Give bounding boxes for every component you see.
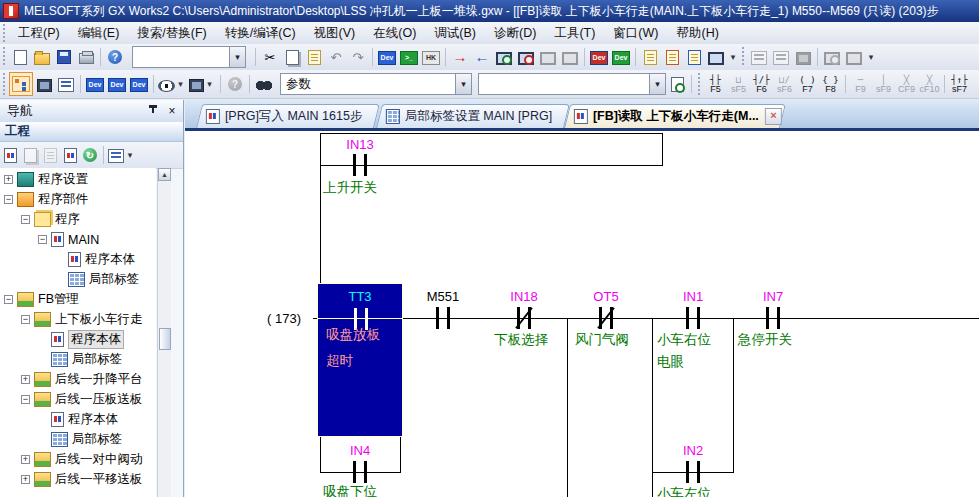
ladder-pulse-contact-button[interactable]: ┤↑├sF7 bbox=[948, 72, 971, 96]
undo-button[interactable]: ↶ bbox=[325, 46, 347, 68]
ladder-close-branch-button[interactable]: ⊔/sF6 bbox=[773, 72, 796, 96]
cut-button[interactable]: ✂ bbox=[259, 46, 281, 68]
ladder-editor[interactable]: ( 173) IN13 上升开关 M551 IN18 下板选择 OT5 风门气阀… bbox=[185, 128, 979, 497]
new-project-button[interactable] bbox=[9, 46, 31, 68]
tree-item-local-label[interactable]: 局部标签 bbox=[68, 270, 139, 289]
project-section-bar[interactable]: 工程 bbox=[0, 122, 183, 142]
menu-tools[interactable]: 工具(T) bbox=[545, 23, 604, 44]
monitor-write-button[interactable] bbox=[559, 46, 581, 68]
device-display-button[interactable]: ▾ bbox=[157, 73, 187, 95]
toolbar-overflow-icon[interactable]: ▾ bbox=[865, 52, 877, 62]
scroll-up-icon[interactable]: ▲ bbox=[158, 168, 171, 181]
tab-local-label-setting[interactable]: 局部标签设置 MAIN [PRG] bbox=[376, 104, 570, 128]
copy-button[interactable] bbox=[281, 46, 303, 68]
tab-close-icon[interactable]: × bbox=[765, 108, 782, 125]
output-window-button[interactable] bbox=[55, 73, 77, 95]
device-test-red-button[interactable]: Dev bbox=[588, 46, 610, 68]
sampling-trace-button[interactable] bbox=[748, 46, 770, 68]
menu-diagnostics[interactable]: 诊断(D) bbox=[485, 23, 545, 44]
paste-button[interactable] bbox=[303, 46, 325, 68]
trace-setting-button[interactable] bbox=[770, 46, 792, 68]
dropdown-icon[interactable]: ▾ bbox=[455, 74, 471, 94]
device-test-green-button[interactable]: Dev bbox=[610, 46, 632, 68]
toolbar-overflow-icon[interactable]: ▾ bbox=[727, 52, 739, 62]
tree-item-fb-cart[interactable]: −上下板小车行走 bbox=[21, 310, 143, 329]
device-name[interactable]: IN2 bbox=[658, 443, 728, 458]
close-icon[interactable]: × bbox=[164, 104, 180, 118]
tree-item-fb-center[interactable]: +后线一对中阀动 bbox=[21, 450, 143, 469]
menu-edit[interactable]: 编辑(E) bbox=[69, 23, 129, 44]
nav-sort-button[interactable]: ▾ bbox=[107, 144, 137, 166]
find-button[interactable] bbox=[253, 73, 275, 95]
help-context-button[interactable]: ? bbox=[224, 73, 246, 95]
tree-item-program-body[interactable]: 程序本体 bbox=[68, 250, 135, 269]
device-name[interactable]: IN18 bbox=[489, 289, 559, 304]
tree-item-main[interactable]: −MAIN bbox=[38, 230, 99, 249]
open-project-button[interactable] bbox=[31, 46, 53, 68]
device-batch-button[interactable]: Dev bbox=[128, 73, 150, 95]
tree-item-program-setting[interactable]: +程序设置 bbox=[4, 170, 88, 189]
tree-item-fb-cart-body[interactable]: 程序本体 bbox=[51, 330, 124, 349]
menu-view[interactable]: 视图(V) bbox=[305, 23, 365, 44]
toolbar-combo[interactable]: ▾ bbox=[132, 46, 246, 68]
statement-button[interactable] bbox=[661, 46, 683, 68]
scrollbar-thumb[interactable] bbox=[159, 328, 171, 350]
ladder-open-branch-button[interactable]: ⊔sF5 bbox=[727, 72, 750, 96]
dropdown-icon[interactable]: ▾ bbox=[229, 47, 245, 67]
device-find-button[interactable]: Dev bbox=[376, 46, 398, 68]
watch-stop-button[interactable] bbox=[843, 46, 865, 68]
ladder-application-button[interactable]: { }F8 bbox=[819, 72, 842, 96]
find-target-combo[interactable]: 参数 ▾ bbox=[280, 73, 472, 95]
tab-fb-read-cart[interactable]: [FB]读取 上下板小车行走(M... × bbox=[564, 104, 786, 128]
menu-window[interactable]: 窗口(W) bbox=[604, 23, 667, 44]
redo-button[interactable]: ↷ bbox=[347, 46, 369, 68]
navigation-window-button[interactable] bbox=[9, 72, 33, 96]
dropdown-icon[interactable]: ▾ bbox=[649, 74, 665, 94]
monitor-stop-button[interactable] bbox=[515, 46, 537, 68]
tree-scrollbar[interactable]: ▲ bbox=[157, 168, 171, 497]
nav-new-item-button[interactable] bbox=[0, 144, 20, 166]
ladder-delete-hline-button[interactable]: ╳CF9 bbox=[895, 72, 918, 96]
find-in-page-button[interactable] bbox=[666, 73, 688, 95]
tree-item-fb-cart-label[interactable]: 局部标签 bbox=[51, 350, 122, 369]
tree-item-fb-lift[interactable]: +后线一升降平台 bbox=[21, 370, 143, 389]
nav-copy-button[interactable] bbox=[20, 144, 40, 166]
device-monitor-button[interactable]: >_ bbox=[398, 46, 420, 68]
ladder-vline-button[interactable]: │sF9 bbox=[872, 72, 895, 96]
ladder-coil-button[interactable]: ( )F7 bbox=[796, 72, 819, 96]
menu-project[interactable]: 工程(P) bbox=[9, 23, 69, 44]
print-button[interactable] bbox=[75, 46, 97, 68]
menu-help[interactable]: 帮助(H) bbox=[667, 23, 727, 44]
tree-item-fb-shift[interactable]: +后线一平移送板 bbox=[21, 470, 143, 489]
device-comment-button[interactable]: Dev bbox=[84, 73, 106, 95]
ladder-delete-vline-button[interactable]: ╳cF10 bbox=[918, 72, 941, 96]
tree-item-fb-press[interactable]: −后线一压板送板 bbox=[21, 390, 143, 409]
function-block-button[interactable] bbox=[33, 73, 55, 95]
device-search-button[interactable]: ▾ bbox=[187, 73, 217, 95]
watch-button[interactable] bbox=[821, 46, 843, 68]
device-memory-button[interactable]: Dev bbox=[106, 73, 128, 95]
help-button[interactable]: ? bbox=[104, 46, 126, 68]
tree-item-fb-press-body[interactable]: 程序本体 bbox=[51, 410, 118, 429]
ladder-open-contact-button[interactable]: ┤├F5 bbox=[704, 72, 727, 96]
device-name[interactable]: IN4 bbox=[325, 443, 395, 458]
menu-debug[interactable]: 调试(B) bbox=[425, 23, 485, 44]
note-button[interactable] bbox=[683, 46, 705, 68]
nav-refresh-button[interactable]: ↻ bbox=[80, 144, 100, 166]
read-from-plc-button[interactable]: ← bbox=[471, 46, 493, 68]
tree-item-fb-press-label[interactable]: 局部标签 bbox=[51, 430, 122, 449]
local-monitor-button[interactable] bbox=[705, 46, 727, 68]
device-hex-button[interactable]: HK bbox=[420, 46, 442, 68]
menu-convert-compile[interactable]: 转换/编译(C) bbox=[216, 23, 305, 44]
write-to-plc-button[interactable]: → bbox=[449, 46, 471, 68]
menu-find-replace[interactable]: 搜索/替换(F) bbox=[128, 23, 215, 44]
tree-item-fb-pool[interactable]: −FB管理 bbox=[4, 290, 79, 309]
comment-button[interactable] bbox=[639, 46, 661, 68]
monitor-mode-button[interactable] bbox=[537, 46, 559, 68]
ladder-hline-button[interactable]: ─F9 bbox=[849, 72, 872, 96]
menu-online[interactable]: 在线(O) bbox=[364, 23, 425, 44]
nav-property-button[interactable] bbox=[60, 144, 80, 166]
device-name[interactable]: IN1 bbox=[658, 289, 728, 304]
device-name[interactable]: OT5 bbox=[571, 289, 641, 304]
tree-item-program[interactable]: −程序 bbox=[21, 210, 80, 229]
